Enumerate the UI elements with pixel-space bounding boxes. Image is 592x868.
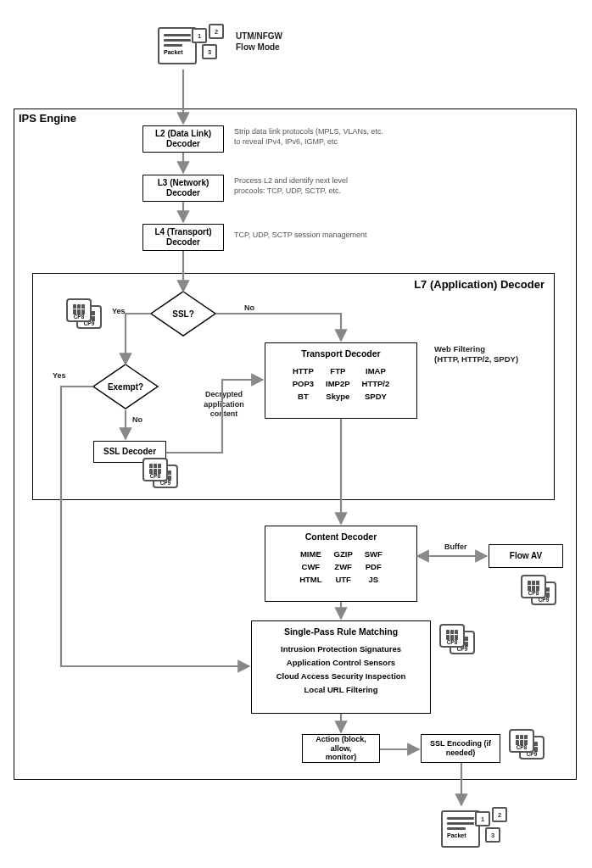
transport-grid: HTTPFTPIMAP POP3IMP2PHTTP/2 BTSkypeSPDY (293, 366, 390, 402)
webfilter-note: Web Filtering (HTTP, HTTP/2, SPDY) (434, 344, 536, 365)
exempt-decision: Exempt? (92, 363, 159, 410)
cp-badge-rules: CP9 CP8 (439, 624, 477, 658)
cp-badge-ssl-decoder: CP9 CP8 (142, 458, 180, 492)
l3-desc: Process L2 and identify next level proco… (234, 176, 395, 196)
packet-top: Packet 1 2 3 (158, 24, 226, 68)
packet-label: Packet (164, 49, 191, 55)
l2-desc: Strip data link protocols (MPLS, VLANs, … (234, 127, 395, 147)
content-grid: MIMEGZIPSWF CWFZWFPDF HTMLUTFJS (299, 549, 383, 585)
packet-bottom: Packet 1 2 3 (441, 807, 509, 851)
transport-decoder-box: Transport Decoder HTTPFTPIMAP POP3IMP2PH… (265, 342, 417, 419)
ssl-yes: Yes (112, 307, 126, 315)
l2-decoder-box: L2 (Data Link)Decoder (142, 125, 224, 153)
l3-decoder-box: L3 (Network)Decoder (142, 175, 224, 202)
decrypted-note: Decrypted application content (198, 390, 249, 420)
rule-matching-box: Single-Pass Rule Matching Intrusion Prot… (251, 620, 431, 714)
ips-engine-title: IPS Engine (19, 112, 76, 125)
action-box: Action (block, allow, monitor) (302, 734, 380, 763)
mode-label: UTM/NFGW Flow Mode (236, 31, 282, 53)
cp-badge-flowav: CP9 CP8 (521, 575, 558, 609)
content-decoder-box: Content Decoder MIMEGZIPSWF CWFZWFPDF HT… (265, 526, 417, 602)
exempt-yes: Yes (53, 371, 66, 380)
cp-badge-sslenc: CP9 CP8 (509, 729, 546, 763)
packet-label-bottom: Packet (447, 832, 474, 838)
ssl-no: No (244, 303, 254, 312)
l7-title: L7 (Application) Decoder (414, 278, 545, 291)
exempt-no: No (132, 415, 142, 424)
cp-badge-ssl: CP9 CP8 (66, 298, 103, 332)
ssl-decision: SSL? (149, 290, 217, 337)
buffer-label: Buffer (444, 542, 467, 551)
flow-av-box: Flow AV (489, 544, 563, 568)
l4-desc: TCP, UDP, SCTP session management (234, 231, 404, 241)
l4-decoder-box: L4 (Transport)Decoder (142, 224, 224, 251)
ssl-encoding-box: SSL Encoding (if needed) (421, 734, 500, 763)
